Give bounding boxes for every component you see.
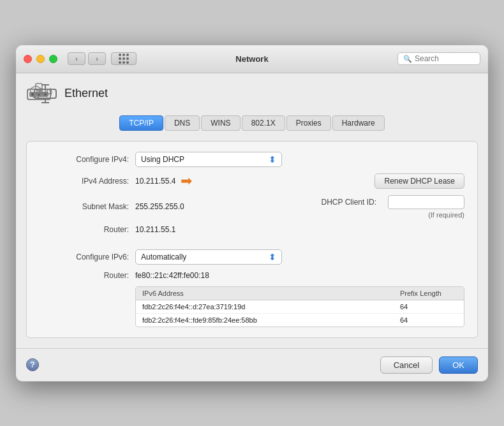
- ipv4-address-label: IPv4 Address:: [40, 177, 129, 186]
- traffic-lights: [24, 55, 57, 63]
- grid-button[interactable]: [111, 52, 137, 65]
- ipv6-table-row: fdb2:2c26:f4e4::d:27ea:3719:19d 64: [136, 300, 464, 314]
- configure-ipv4-row: Configure IPv4: Using DHCP ⬍: [40, 152, 464, 167]
- forward-button[interactable]: ›: [88, 52, 106, 65]
- arrow-indicator-icon: ➡: [181, 174, 192, 188]
- configure-ipv6-label: Configure IPv6:: [40, 253, 129, 261]
- close-button[interactable]: [24, 55, 32, 63]
- router-ipv4-value: 10.211.55.1: [135, 225, 175, 234]
- ipv6-col-prefix-header: Prefix Length: [400, 290, 457, 297]
- router-ipv6-value: fe80::21c:42ff:fe00:18: [135, 271, 209, 280]
- configure-ipv6-row: Configure IPv6: Automatically ⬍: [40, 249, 464, 265]
- ipv6-table: IPv6 Address Prefix Length fdb2:2c26:f4e…: [135, 286, 464, 327]
- ipv4-address-value: 10.211.55.4: [135, 177, 175, 186]
- router-ipv6-row: Router: fe80::21c:42ff:fe00:18: [40, 271, 464, 280]
- content-area: ⬡ ⟨ ⟩ ···: [16, 73, 488, 348]
- titlebar: ‹ › Network 🔍: [16, 45, 488, 73]
- ethernet-header: ⬡ ⟨ ⟩ ···: [26, 81, 478, 106]
- ethernet-icon-svg: ⟨ ⟩ ···: [33, 81, 58, 106]
- ethernet-title: Ethernet: [64, 87, 108, 100]
- renew-dhcp-button[interactable]: Renew DHCP Lease: [374, 173, 464, 189]
- configure-ipv6-value: Automatically: [141, 253, 186, 261]
- bottom-bar: ? Cancel OK: [16, 348, 488, 381]
- ipv6-select-arrows-icon: ⬍: [269, 252, 276, 262]
- grid-icon: [119, 54, 129, 64]
- svg-text:⟨: ⟨: [34, 87, 36, 98]
- tabs-bar: TCP/IP DNS WINS 802.1X Proxies Hardware: [26, 115, 478, 131]
- subnet-mask-row: Subnet Mask: 255.255.255.0 DHCP Client I…: [40, 195, 464, 219]
- ipv6-table-row: fdb2:2c26:f4e4::fde9:85fb:24ee:58bb 64: [136, 314, 464, 327]
- bottom-actions: Cancel OK: [380, 356, 478, 374]
- cancel-button[interactable]: Cancel: [380, 356, 433, 374]
- window-title: Network: [235, 54, 268, 64]
- search-box[interactable]: 🔍: [397, 52, 480, 65]
- maximize-button[interactable]: [49, 55, 57, 63]
- search-icon: 🔍: [403, 55, 412, 63]
- configure-ipv4-value: Using DHCP: [141, 155, 184, 164]
- ipv6-table-header: IPv6 Address Prefix Length: [136, 287, 464, 300]
- tab-tcpip[interactable]: TCP/IP: [119, 115, 163, 131]
- ipv6-prefix-2: 64: [400, 316, 457, 324]
- svg-text:⟩: ⟩: [49, 87, 53, 98]
- tab-hardware[interactable]: Hardware: [332, 115, 385, 131]
- ipv6-col-address-header: IPv6 Address: [142, 290, 400, 297]
- ipv6-prefix-1: 64: [400, 303, 457, 311]
- dhcp-client-id-input[interactable]: [388, 195, 464, 209]
- tab-8021x[interactable]: 802.1X: [242, 115, 285, 131]
- ipv6-address-2: fdb2:2c26:f4e4::fde9:85fb:24ee:58bb: [142, 316, 400, 324]
- select-arrows-icon: ⬍: [269, 154, 276, 165]
- tab-wins[interactable]: WINS: [201, 115, 240, 131]
- tab-proxies[interactable]: Proxies: [286, 115, 331, 131]
- router-ipv6-label: Router:: [40, 271, 129, 280]
- dhcp-client-id-label: DHCP Client ID:: [322, 198, 376, 207]
- help-button[interactable]: ?: [26, 358, 39, 371]
- minimize-button[interactable]: [36, 55, 45, 63]
- configure-ipv4-select[interactable]: Using DHCP ⬍: [135, 152, 282, 167]
- svg-text:···: ···: [38, 90, 43, 98]
- ok-button[interactable]: OK: [439, 356, 478, 374]
- back-button[interactable]: ‹: [68, 52, 85, 65]
- tcpip-panel: Configure IPv4: Using DHCP ⬍ IPv4 Addres…: [26, 141, 478, 338]
- ipv6-address-1: fdb2:2c26:f4e4::d:27ea:3719:19d: [142, 303, 400, 311]
- configure-ipv6-select[interactable]: Automatically ⬍: [135, 249, 282, 265]
- network-window: ‹ › Network 🔍: [16, 45, 488, 381]
- router-ipv4-row: Router: 10.211.55.1: [40, 225, 464, 234]
- if-required-text: (If required): [382, 211, 464, 219]
- tab-dns[interactable]: DNS: [165, 115, 200, 131]
- nav-buttons: ‹ ›: [68, 52, 106, 65]
- subnet-mask-value: 255.255.255.0: [135, 202, 184, 211]
- ipv4-address-row: IPv4 Address: 10.211.55.4 ➡ Renew DHCP L…: [40, 173, 464, 189]
- search-input[interactable]: [415, 54, 475, 63]
- router-ipv4-label: Router:: [40, 225, 129, 234]
- configure-ipv4-label: Configure IPv4:: [40, 155, 129, 164]
- subnet-mask-label: Subnet Mask:: [40, 202, 129, 211]
